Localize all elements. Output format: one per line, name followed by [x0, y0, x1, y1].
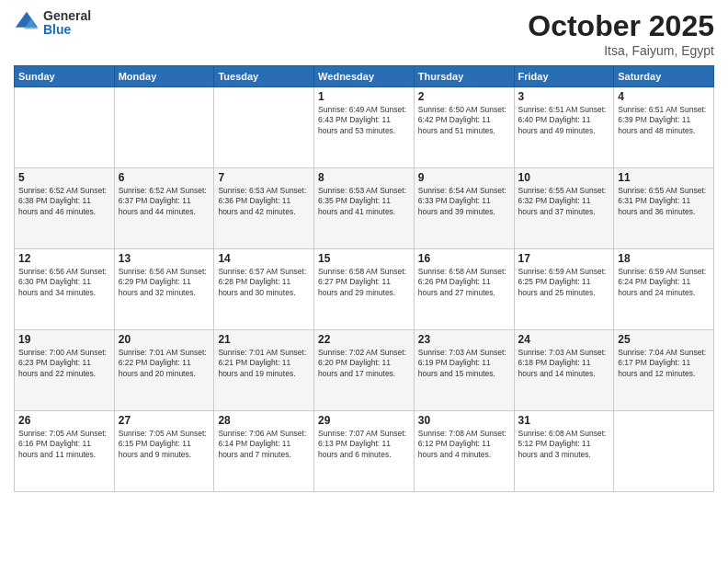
header-thursday: Thursday	[414, 66, 514, 87]
calendar-title: October 2025	[528, 9, 714, 43]
day-number: 18	[618, 252, 710, 265]
day-info: Sunrise: 7:07 AM Sunset: 6:13 PM Dayligh…	[318, 429, 410, 460]
day-info: Sunrise: 6:57 AM Sunset: 6:28 PM Dayligh…	[218, 267, 310, 298]
day-number: 23	[418, 333, 510, 346]
weekday-header-row: Sunday Monday Tuesday Wednesday Thursday…	[15, 66, 714, 87]
day-number: 2	[418, 90, 510, 103]
day-number: 10	[518, 171, 610, 184]
table-row	[114, 87, 214, 168]
table-row: 7Sunrise: 6:53 AM Sunset: 6:36 PM Daylig…	[214, 168, 314, 249]
day-number: 25	[618, 333, 710, 346]
day-number: 8	[318, 171, 410, 184]
table-row: 2Sunrise: 6:50 AM Sunset: 6:42 PM Daylig…	[414, 87, 514, 168]
table-row: 14Sunrise: 6:57 AM Sunset: 6:28 PM Dayli…	[214, 249, 314, 330]
day-number: 29	[318, 414, 410, 427]
day-info: Sunrise: 6:56 AM Sunset: 6:30 PM Dayligh…	[18, 267, 110, 298]
table-row	[614, 411, 714, 492]
day-number: 7	[218, 171, 310, 184]
table-row: 6Sunrise: 6:52 AM Sunset: 6:37 PM Daylig…	[114, 168, 214, 249]
day-info: Sunrise: 6:08 AM Sunset: 5:12 PM Dayligh…	[518, 429, 610, 460]
header-sunday: Sunday	[15, 66, 115, 87]
table-row	[15, 87, 115, 168]
table-row: 17Sunrise: 6:59 AM Sunset: 6:25 PM Dayli…	[514, 249, 614, 330]
day-info: Sunrise: 6:52 AM Sunset: 6:37 PM Dayligh…	[119, 186, 210, 217]
day-number: 9	[418, 171, 510, 184]
day-info: Sunrise: 6:53 AM Sunset: 6:35 PM Dayligh…	[318, 186, 410, 217]
day-number: 6	[119, 171, 210, 184]
day-number: 30	[418, 414, 510, 427]
day-info: Sunrise: 6:54 AM Sunset: 6:33 PM Dayligh…	[418, 186, 510, 217]
table-row: 4Sunrise: 6:51 AM Sunset: 6:39 PM Daylig…	[614, 87, 714, 168]
day-info: Sunrise: 6:59 AM Sunset: 6:25 PM Dayligh…	[518, 267, 610, 298]
day-info: Sunrise: 6:55 AM Sunset: 6:32 PM Dayligh…	[518, 186, 610, 217]
day-info: Sunrise: 7:00 AM Sunset: 6:23 PM Dayligh…	[18, 348, 110, 379]
day-info: Sunrise: 6:55 AM Sunset: 6:31 PM Dayligh…	[618, 186, 710, 217]
table-row: 31Sunrise: 6:08 AM Sunset: 5:12 PM Dayli…	[514, 411, 614, 492]
day-number: 31	[518, 414, 610, 427]
header-tuesday: Tuesday	[214, 66, 314, 87]
day-number: 28	[218, 414, 310, 427]
calendar-table: Sunday Monday Tuesday Wednesday Thursday…	[14, 65, 714, 492]
table-row: 1Sunrise: 6:49 AM Sunset: 6:43 PM Daylig…	[314, 87, 415, 168]
day-number: 17	[518, 252, 610, 265]
day-info: Sunrise: 6:50 AM Sunset: 6:42 PM Dayligh…	[418, 105, 510, 136]
logo-blue-text: Blue	[43, 23, 91, 37]
table-row: 22Sunrise: 7:02 AM Sunset: 6:20 PM Dayli…	[314, 330, 415, 411]
week-row-1: 1Sunrise: 6:49 AM Sunset: 6:43 PM Daylig…	[15, 87, 714, 168]
day-number: 15	[318, 252, 410, 265]
title-block: October 2025 Itsa, Faiyum, Egypt	[528, 9, 714, 58]
day-info: Sunrise: 7:04 AM Sunset: 6:17 PM Dayligh…	[618, 348, 710, 379]
logo-text: General Blue	[43, 9, 91, 38]
table-row: 27Sunrise: 7:05 AM Sunset: 6:15 PM Dayli…	[114, 411, 214, 492]
day-info: Sunrise: 6:51 AM Sunset: 6:40 PM Dayligh…	[518, 105, 610, 136]
day-number: 14	[218, 252, 310, 265]
day-number: 5	[18, 171, 110, 184]
day-number: 24	[518, 333, 610, 346]
table-row: 5Sunrise: 6:52 AM Sunset: 6:38 PM Daylig…	[15, 168, 115, 249]
table-row: 21Sunrise: 7:01 AM Sunset: 6:21 PM Dayli…	[214, 330, 314, 411]
week-row-2: 5Sunrise: 6:52 AM Sunset: 6:38 PM Daylig…	[15, 168, 714, 249]
day-info: Sunrise: 6:58 AM Sunset: 6:26 PM Dayligh…	[418, 267, 510, 298]
day-info: Sunrise: 7:05 AM Sunset: 6:15 PM Dayligh…	[119, 429, 210, 460]
day-number: 11	[618, 171, 710, 184]
day-number: 16	[418, 252, 510, 265]
day-info: Sunrise: 6:49 AM Sunset: 6:43 PM Dayligh…	[318, 105, 410, 136]
table-row: 16Sunrise: 6:58 AM Sunset: 6:26 PM Dayli…	[414, 249, 514, 330]
table-row	[214, 87, 314, 168]
day-info: Sunrise: 7:03 AM Sunset: 6:19 PM Dayligh…	[418, 348, 510, 379]
logo-icon	[14, 10, 40, 36]
table-row: 23Sunrise: 7:03 AM Sunset: 6:19 PM Dayli…	[414, 330, 514, 411]
week-row-3: 12Sunrise: 6:56 AM Sunset: 6:30 PM Dayli…	[15, 249, 714, 330]
day-number: 13	[119, 252, 210, 265]
day-number: 27	[119, 414, 210, 427]
table-row: 24Sunrise: 7:03 AM Sunset: 6:18 PM Dayli…	[514, 330, 614, 411]
day-info: Sunrise: 6:53 AM Sunset: 6:36 PM Dayligh…	[218, 186, 310, 217]
day-number: 21	[218, 333, 310, 346]
day-info: Sunrise: 7:08 AM Sunset: 6:12 PM Dayligh…	[418, 429, 510, 460]
header: General Blue October 2025 Itsa, Faiyum, …	[14, 9, 714, 58]
table-row: 12Sunrise: 6:56 AM Sunset: 6:30 PM Dayli…	[15, 249, 115, 330]
week-row-4: 19Sunrise: 7:00 AM Sunset: 6:23 PM Dayli…	[15, 330, 714, 411]
logo-general-text: General	[43, 9, 91, 23]
day-info: Sunrise: 6:52 AM Sunset: 6:38 PM Dayligh…	[18, 186, 110, 217]
day-info: Sunrise: 7:01 AM Sunset: 6:21 PM Dayligh…	[218, 348, 310, 379]
table-row: 10Sunrise: 6:55 AM Sunset: 6:32 PM Dayli…	[514, 168, 614, 249]
table-row: 19Sunrise: 7:00 AM Sunset: 6:23 PM Dayli…	[15, 330, 115, 411]
calendar-location: Itsa, Faiyum, Egypt	[528, 43, 714, 58]
day-info: Sunrise: 6:56 AM Sunset: 6:29 PM Dayligh…	[119, 267, 210, 298]
header-friday: Friday	[514, 66, 614, 87]
day-number: 20	[119, 333, 210, 346]
table-row: 3Sunrise: 6:51 AM Sunset: 6:40 PM Daylig…	[514, 87, 614, 168]
table-row: 28Sunrise: 7:06 AM Sunset: 6:14 PM Dayli…	[214, 411, 314, 492]
table-row: 20Sunrise: 7:01 AM Sunset: 6:22 PM Dayli…	[114, 330, 214, 411]
table-row: 15Sunrise: 6:58 AM Sunset: 6:27 PM Dayli…	[314, 249, 415, 330]
table-row: 8Sunrise: 6:53 AM Sunset: 6:35 PM Daylig…	[314, 168, 415, 249]
page: General Blue October 2025 Itsa, Faiyum, …	[0, 0, 728, 563]
table-row: 29Sunrise: 7:07 AM Sunset: 6:13 PM Dayli…	[314, 411, 415, 492]
day-info: Sunrise: 6:58 AM Sunset: 6:27 PM Dayligh…	[318, 267, 410, 298]
header-wednesday: Wednesday	[314, 66, 415, 87]
week-row-5: 26Sunrise: 7:05 AM Sunset: 6:16 PM Dayli…	[15, 411, 714, 492]
header-saturday: Saturday	[614, 66, 714, 87]
day-number: 22	[318, 333, 410, 346]
day-number: 1	[318, 90, 410, 103]
